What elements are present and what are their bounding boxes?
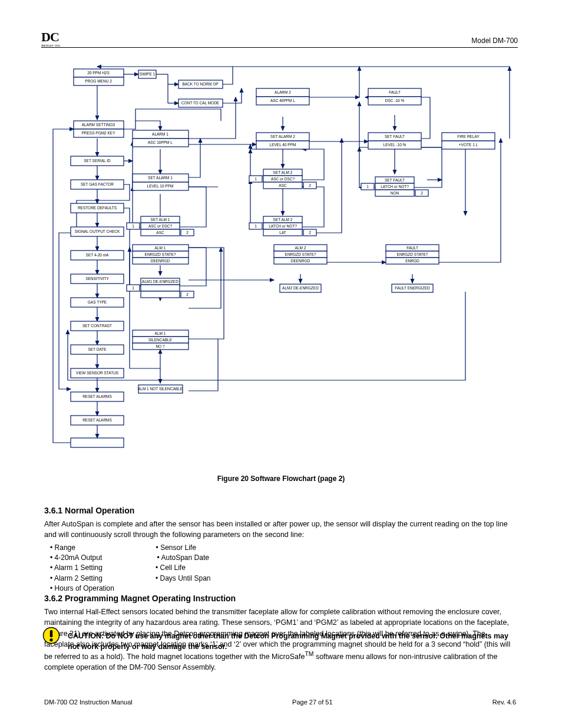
svg-text:LEVEL 40 PPM: LEVEL 40 PPM	[270, 143, 296, 147]
flowchart: 20 PPM H2S PROG MENU 2 SWIPE 1 BACK TO N…	[41, 62, 521, 469]
svg-text:SET ALARM 1: SET ALARM 1	[148, 176, 173, 180]
svg-text:PROG MENU 2: PROG MENU 2	[85, 79, 112, 83]
svg-text:SET GAS FACTOR: SET GAS FACTOR	[81, 182, 114, 186]
svg-rect-111	[141, 285, 180, 291]
svg-text:FIRE RELAY: FIRE RELAY	[457, 134, 480, 139]
svg-text:GAS TYPE: GAS TYPE	[88, 300, 107, 304]
svg-text:SET ALM 2: SET ALM 2	[273, 218, 293, 222]
svg-text:DEENRGD: DEENRGD	[291, 259, 310, 263]
svg-text:ALARM 2: ALARM 2	[275, 90, 291, 94]
svg-text:NO ?: NO ?	[156, 344, 165, 348]
svg-text:LATCH or NOT?: LATCH or NOT?	[381, 185, 409, 189]
svg-text:SET FAULT: SET FAULT	[385, 178, 405, 182]
svg-text:ALM 1: ALM 1	[155, 331, 166, 335]
logo: DC detcon inc.	[41, 29, 62, 47]
logo-mark: DC	[41, 29, 59, 44]
svg-text:1: 1	[132, 286, 134, 290]
svg-text:SET 4-20 mA: SET 4-20 mA	[86, 253, 110, 257]
svg-text:SET ALARM 2: SET ALARM 2	[270, 134, 295, 139]
svg-text:DSC -10 %: DSC -10 %	[385, 98, 405, 103]
svg-text:+VOTE 1 L: +VOTE 1 L	[459, 143, 478, 147]
figure-caption: Figure 20 Software Flowchart (page 2)	[0, 475, 562, 483]
svg-text:SWIPE 1: SWIPE 1	[140, 72, 156, 76]
svg-text:ALARM 1: ALARM 1	[152, 132, 168, 136]
svg-text:ASC or DSC?: ASC or DSC?	[271, 177, 295, 181]
svg-rect-146	[50, 630, 53, 637]
normal-operation-list: • Range • Sensor Life • 4-20mA Output • …	[44, 543, 516, 594]
svg-text:FAULT ENERGIZED: FAULT ENERGIZED	[395, 286, 430, 290]
svg-text:SET CONTRAST: SET CONTRAST	[82, 324, 112, 328]
svg-text:ALARM SETTINGS: ALARM SETTINGS	[82, 123, 115, 127]
svg-rect-112	[141, 291, 180, 298]
svg-text:SIGNAL OUTPUT CHECK: SIGNAL OUTPUT CHECK	[75, 229, 120, 233]
svg-text:ENRGZD STATE?: ENRGZD STATE?	[145, 252, 176, 256]
svg-text:2: 2	[309, 230, 311, 235]
svg-text:ASC: ASC	[279, 183, 287, 187]
svg-text:ASC or DSC?: ASC or DSC?	[148, 224, 172, 228]
svg-text:ASC 10PPM L: ASC 10PPM L	[148, 140, 173, 144]
svg-text:ENRGD: ENRGD	[405, 259, 419, 263]
svg-text:SILENCABLE: SILENCABLE	[148, 338, 173, 342]
svg-text:RESET ALARMS: RESET ALARMS	[82, 394, 112, 398]
svg-text:ENRGZD STATE?: ENRGZD STATE?	[397, 252, 428, 256]
svg-text:1: 1	[254, 177, 257, 181]
svg-text:BACK TO NORM OP: BACK TO NORM OP	[182, 82, 218, 86]
svg-text:20 PPM H2S: 20 PPM H2S	[87, 71, 110, 75]
svg-text:1: 1	[366, 185, 369, 189]
normal-operation-paragraph: After AutoSpan is complete and after the…	[44, 519, 516, 540]
product-name: Model DM-700	[471, 37, 518, 45]
svg-text:2: 2	[309, 183, 311, 187]
svg-text:LEVEL 10 PPM: LEVEL 10 PPM	[147, 184, 174, 188]
svg-rect-38	[71, 438, 124, 447]
caution-text: CAUTION: Do NOT use any magnet other tha…	[68, 631, 515, 652]
svg-text:SET DATE: SET DATE	[88, 347, 107, 351]
svg-text:RESTORE DEFAULTS: RESTORE DEFAULTS	[78, 206, 117, 210]
svg-text:1: 1	[254, 224, 257, 228]
section-heading-magnet: 3.6.2 Programming Magnet Operating Instr…	[44, 592, 516, 604]
svg-text:CONT TO CAL MODE: CONT TO CAL MODE	[181, 101, 220, 105]
svg-text:DEENRGD: DEENRGD	[151, 259, 170, 263]
svg-text:RESET ALARMS: RESET ALARMS	[82, 418, 112, 422]
svg-text:2: 2	[186, 292, 189, 297]
footer-center: Page 27 of 51	[292, 699, 333, 706]
svg-text:SET FAULT: SET FAULT	[385, 134, 405, 139]
svg-text:VIEW SENSOR STATUS: VIEW SENSOR STATUS	[76, 371, 119, 375]
svg-text:LAT: LAT	[279, 230, 286, 235]
svg-text:ALM 1: ALM 1	[155, 246, 166, 250]
svg-text:ALM 2: ALM 2	[295, 246, 306, 250]
footer-left: DM-700 O2 Instruction Manual	[44, 699, 133, 706]
svg-text:ALM1 DE-ENRGZED: ALM1 DE-ENRGZED	[142, 279, 178, 284]
svg-text:ENRGZD STATE?: ENRGZD STATE?	[285, 252, 316, 256]
svg-text:SET SERIAL ID: SET SERIAL ID	[84, 159, 111, 163]
svg-text:1: 1	[132, 224, 134, 228]
svg-text:2: 2	[421, 191, 423, 195]
svg-text:LEVEL -10 %: LEVEL -10 %	[384, 143, 406, 147]
svg-text:NON: NON	[391, 191, 399, 195]
footer-right: Rev. 4.6	[492, 699, 516, 706]
svg-text:ASC: ASC	[156, 230, 164, 235]
caution-icon	[42, 627, 60, 644]
header-rule	[41, 47, 518, 48]
svg-text:2: 2	[186, 230, 189, 235]
page-footer: DM-700 O2 Instruction Manual Page 27 of …	[44, 699, 516, 706]
svg-point-147	[49, 638, 52, 641]
svg-text:SET ALM 1: SET ALM 1	[151, 218, 170, 222]
svg-text:SET ALM 2: SET ALM 2	[273, 170, 293, 174]
svg-text:FAULT: FAULT	[406, 246, 418, 250]
svg-text:ALM 1  NOT SILENCABLE: ALM 1 NOT SILENCABLE	[138, 387, 183, 391]
section-heading-normal-operation: 3.6.1 Normal Operation	[44, 505, 516, 516]
svg-text:PRESS PGM2 KEY: PRESS PGM2 KEY	[81, 131, 115, 135]
svg-text:FAULT: FAULT	[389, 90, 401, 94]
svg-text:ASC 40PPM L: ASC 40PPM L	[270, 98, 295, 103]
svg-text:LATCH or NOT?: LATCH or NOT?	[269, 224, 297, 228]
svg-text:ALM2 DE-ENRGZED: ALM2 DE-ENRGZED	[282, 286, 319, 290]
svg-text:SENSITIVITY: SENSITIVITY	[85, 276, 109, 281]
